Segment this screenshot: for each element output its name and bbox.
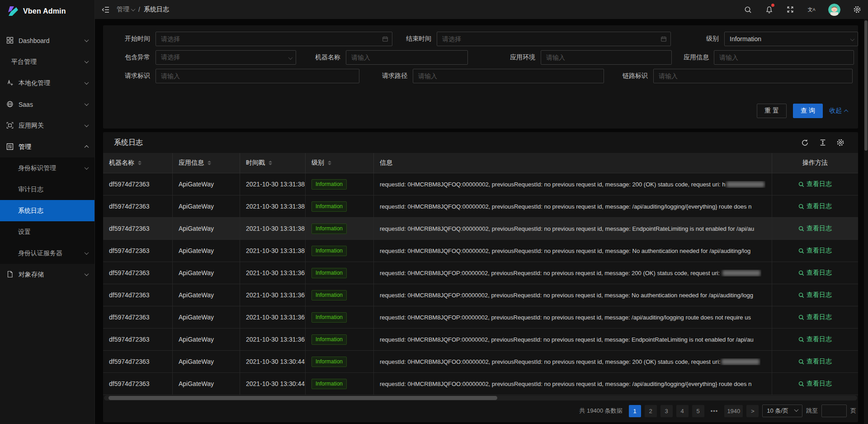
search-button[interactable]: 查 询 [793,104,823,118]
refresh-icon[interactable] [801,138,809,147]
view-log-button[interactable]: 查看日志 [798,224,832,233]
row-height-icon[interactable] [818,138,827,147]
search-icon[interactable] [743,5,752,14]
sidebar-item-label: 系统日志 [18,207,88,215]
page-button[interactable]: 5 [692,405,704,417]
menu-fold-icon[interactable] [100,5,110,14]
sidebar-item-localization[interactable]: 本地化管理 [0,72,94,94]
level-badge: Information [311,224,347,234]
trace-id-input[interactable] [653,69,853,83]
view-log-button[interactable]: 查看日志 [798,357,832,366]
view-log-button[interactable]: 查看日志 [798,313,832,321]
level-select[interactable]: Information [724,32,858,46]
redacted-blur [722,359,760,365]
sidebar-item-platform[interactable]: 平台管理 [0,51,94,72]
sidebar-item-identity-management[interactable]: 身份标识管理 [0,157,94,179]
next-page-button[interactable]: > [746,405,759,417]
app-root: Vben Admin Dashboard 平台管理 [0,0,868,424]
column-header-machine[interactable]: 机器名称 [103,153,173,173]
cell-message: requestId: 0HMCRBM8JQFOP:00000002, previ… [374,262,772,284]
sidebar-item-label: 设置 [18,228,88,236]
redacted-blur [726,181,764,187]
translate-icon[interactable]: 文A [807,5,816,14]
view-log-button[interactable]: 查看日志 [798,247,832,255]
sidebar-item-gateway[interactable]: 应用网关 [0,115,94,136]
column-header-message: 信息 [374,153,772,173]
request-path-input[interactable] [413,69,604,83]
request-id-input[interactable] [156,69,359,83]
view-log-button[interactable]: 查看日志 [798,291,832,299]
cell-actions: 查看日志 [772,262,858,284]
view-log-button[interactable]: 查看日志 [798,380,832,388]
filter-field-request-id: 请求标识 [114,69,359,83]
chevron-down-icon [85,80,89,85]
chevron-down-icon [794,407,799,412]
page-button[interactable]: 2 [645,405,657,417]
notification-bell-icon[interactable] [764,5,774,14]
jump-page-input[interactable] [821,405,847,417]
column-header-app-info[interactable]: 应用信息 [173,153,240,173]
view-log-button[interactable]: 查看日志 [798,335,832,343]
horizontal-scrollbar-thumb[interactable] [108,396,497,400]
cell-message: requestId: 0HMCRBM8JQFOP:00000002, previ… [374,329,772,351]
reset-button[interactable]: 重 置 [757,104,787,118]
sort-icons [328,161,331,165]
column-header-timestamp[interactable]: 时间戳 [240,153,306,173]
sidebar-item-audit-log[interactable]: 审计日志 [0,179,94,200]
view-log-button[interactable]: 查看日志 [798,180,832,188]
page-button[interactable]: 4 [676,405,689,417]
sidebar-item-manage[interactable]: 管理 [0,136,94,157]
view-log-button[interactable]: 查看日志 [798,202,832,210]
start-time-input[interactable] [156,32,392,46]
page-buttons: 1 2 3 4 5 ••• 1940 [629,405,743,417]
magnifier-icon [798,226,804,232]
sidebar-item-settings[interactable]: 设置 [0,221,94,243]
table-row: df5974d72363 ApiGateWay 2021-10-30 13:31… [103,195,858,218]
cell-actions: 查看日志 [772,284,858,306]
sidebar-item-identity-server[interactable]: 身份认证服务器 [0,243,94,264]
filter-actions: 重 置 查 询 收起 [103,104,858,118]
page-button[interactable]: ••• [708,405,721,417]
cell-machine-name: df5974d72363 [103,262,173,284]
exception-select[interactable]: 请选择 [156,50,296,65]
sidebar-item-label: 对象存储 [19,271,85,279]
settings-gear-icon[interactable] [853,5,862,14]
level-label: 级别 [701,35,719,43]
page-button[interactable]: 1940 [724,405,743,417]
chevron-down-icon [131,7,136,11]
sidebar-item-saas[interactable]: Saas [0,94,94,115]
magnifier-icon [798,337,804,343]
avatar[interactable] [828,4,840,16]
breadcrumb-section[interactable]: 管理 [117,5,135,14]
header-icons: 文A [743,4,862,16]
chevron-down-icon [85,38,89,42]
environment-input[interactable] [541,50,672,65]
cell-level: Information [306,240,374,262]
page-size-select[interactable]: 10 条/页 [762,405,802,417]
cell-timestamp: 2021-10-30 13:31:38 [240,218,306,240]
vertical-scrollbar-thumb[interactable] [864,20,868,151]
app-info-input[interactable] [714,50,854,65]
table-toolbar [801,138,844,147]
sidebar-item-object-storage[interactable]: 对象存储 [0,264,94,285]
view-log-button[interactable]: 查看日志 [798,269,832,277]
level-badge: Information [311,201,347,212]
sidebar-item-label: 身份标识管理 [18,164,85,172]
sidebar-item-dashboard[interactable]: Dashboard [0,30,94,51]
column-settings-gear-icon[interactable] [836,138,844,147]
cell-app-info: ApiGateWay [173,306,240,329]
logo[interactable]: Vben Admin [0,0,94,23]
cell-actions: 查看日志 [772,351,858,373]
page-button[interactable]: 1 [629,405,641,417]
sidebar-item-system-log[interactable]: 系统日志 [0,200,94,221]
machine-name-input[interactable] [346,50,468,65]
filter-field-app-info: 应用信息 [684,50,854,65]
end-time-input[interactable] [437,32,671,46]
table-row: df5974d72363 ApiGateWay 2021-10-30 13:31… [103,240,858,262]
fullscreen-icon[interactable] [786,5,795,14]
column-header-level[interactable]: 级别 [306,153,374,173]
cell-machine-name: df5974d72363 [103,240,173,262]
page-button[interactable]: 3 [660,405,673,417]
table-row: df5974d72363 ApiGateWay 2021-10-30 13:31… [103,306,858,329]
collapse-filters-link[interactable]: 收起 [829,107,848,115]
